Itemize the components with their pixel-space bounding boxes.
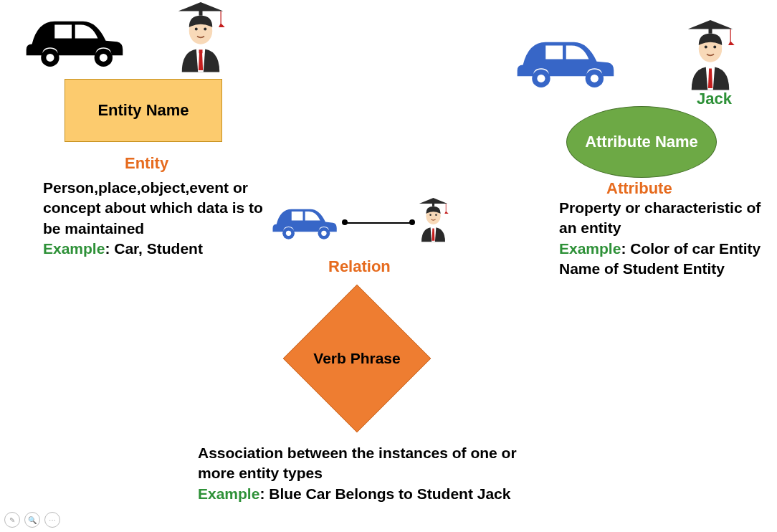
entity-desc-text: Person,place,object,event or concept abo… <box>43 179 263 237</box>
entity-title: Entity <box>125 154 168 173</box>
attribute-example-label: Example <box>559 240 621 257</box>
svg-point-5 <box>195 28 198 31</box>
attribute-ellipse-label: Attribute Name <box>585 133 698 151</box>
relation-title: Relation <box>328 257 391 276</box>
relation-connector-dot-left <box>342 219 348 225</box>
attribute-description: Property or characteristic of an entity … <box>559 198 774 279</box>
jack-label: Jack <box>697 90 732 108</box>
relation-example-label: Example <box>198 485 259 502</box>
student-icon <box>168 2 233 74</box>
svg-point-11 <box>321 231 326 236</box>
svg-rect-7 <box>199 49 203 53</box>
search-icon[interactable]: 🔍 <box>24 512 40 528</box>
pen-icon[interactable]: ✎ <box>4 512 20 528</box>
car-icon-blue <box>265 197 340 244</box>
svg-point-21 <box>713 46 716 49</box>
relation-diamond-label: Verb Phrase <box>285 287 429 430</box>
relation-desc-text: Association between the instances of one… <box>198 445 517 481</box>
entity-description: Person,place,object,event or concept abo… <box>43 178 265 259</box>
svg-point-3 <box>100 54 108 62</box>
relation-connector-line <box>344 222 412 224</box>
svg-point-16 <box>537 75 545 82</box>
entity-box-label: Entity Name <box>97 101 189 119</box>
more-icon[interactable]: ⋯ <box>44 512 60 528</box>
relation-example-text: : Blue Car Belongs to Student Jack <box>259 485 510 502</box>
svg-point-9 <box>286 231 291 236</box>
attribute-desc-text: Property or characteristic of an entity <box>559 199 761 236</box>
svg-point-6 <box>204 28 206 31</box>
svg-point-14 <box>435 214 437 216</box>
svg-point-1 <box>46 54 54 62</box>
entity-example-text: : Car, Student <box>105 240 203 257</box>
student-icon-small <box>414 197 453 244</box>
relation-description: Association between the instances of one… <box>198 443 542 504</box>
entity-rectangle: Entity Name <box>65 79 222 142</box>
car-icon-attribute <box>502 25 624 93</box>
attribute-title: Attribute <box>606 179 672 198</box>
svg-point-13 <box>429 214 432 216</box>
attribute-ellipse: Attribute Name <box>566 106 717 178</box>
car-icon <box>11 4 133 72</box>
svg-point-18 <box>591 75 599 82</box>
relation-diamond: Verb Phrase <box>285 287 429 430</box>
bottom-toolbar: ✎ 🔍 ⋯ <box>4 512 60 528</box>
entity-example-label: Example <box>43 240 105 257</box>
student-icon-attribute <box>678 20 743 92</box>
svg-point-20 <box>705 46 707 49</box>
